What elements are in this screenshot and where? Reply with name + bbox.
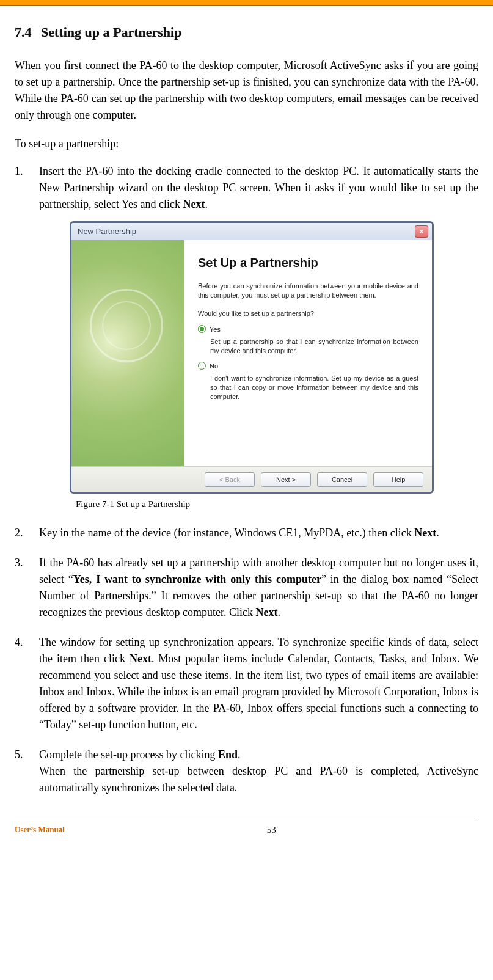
swirl-icon-inner <box>102 301 151 350</box>
help-button[interactable]: Help <box>373 472 423 487</box>
back-button: < Back <box>205 472 255 487</box>
option-yes[interactable]: Yes <box>198 324 418 335</box>
step-5-end-bold: End <box>218 748 238 761</box>
close-icon[interactable]: × <box>415 225 428 238</box>
lead-paragraph: To set-up a partnership: <box>15 136 478 152</box>
dialog-title: New Partnership <box>78 225 415 238</box>
step-2-text-a: Key in the name of the device (for insta… <box>39 527 414 539</box>
footer-page-number: 53 <box>65 825 478 835</box>
step-1-next-bold: Next <box>183 198 205 210</box>
dialog-body: Set Up a Partnership Before you can sync… <box>71 240 432 466</box>
step-2-text-b: . <box>436 527 439 539</box>
option-yes-label: Yes <box>210 324 221 335</box>
step-5-text-b: . <box>238 748 241 761</box>
step-5-text-c: When the partnership set-up between desk… <box>39 765 478 794</box>
step-3-bold-1: Yes, I want to synchronize with only thi… <box>73 573 321 585</box>
step-5-text-a: Complete the set-up process by clicking <box>39 748 218 761</box>
dialog-question: Would you like to set up a partnership? <box>198 309 418 319</box>
intro-paragraph: When you first connect the PA-60 to the … <box>15 57 478 123</box>
option-no-label: No <box>210 361 218 371</box>
dialog-content-panel: Set Up a Partnership Before you can sync… <box>184 240 432 466</box>
step-1-text-a: Insert the PA-60 into the docking cradle… <box>39 165 478 210</box>
page-footer: User’s Manual 53 <box>0 825 493 847</box>
steps-list: Insert the PA-60 into the docking cradle… <box>15 163 478 796</box>
figure-caption: Figure 7-1 Set up a Partnership <box>76 497 478 511</box>
dialog-art-panel <box>71 240 184 466</box>
step-1: Insert the PA-60 into the docking cradle… <box>15 163 478 511</box>
dialog-heading: Set Up a Partnership <box>198 254 418 272</box>
step-3: If the PA-60 has already set up a partne… <box>15 555 478 621</box>
page-content: 7.4 Setting up a Partnership When you fi… <box>0 24 493 796</box>
step-4-next-bold: Next <box>130 653 152 665</box>
radio-yes-icon[interactable] <box>198 325 206 333</box>
section-number: 7.4 <box>15 24 32 40</box>
dialog-button-bar: < Back Next > Cancel Help <box>71 466 432 492</box>
option-yes-sub: Set up a partnership so that I can synch… <box>210 337 418 356</box>
next-button[interactable]: Next > <box>261 472 311 487</box>
section-heading: 7.4 Setting up a Partnership <box>15 24 478 40</box>
figure-7-1: New Partnership × Set Up a Partnership B… <box>70 221 478 494</box>
cancel-button[interactable]: Cancel <box>317 472 367 487</box>
section-title: Setting up a Partnership <box>41 24 181 40</box>
new-partnership-window: New Partnership × Set Up a Partnership B… <box>70 221 434 494</box>
step-2: Key in the name of the device (for insta… <box>15 525 478 541</box>
option-no-sub: I don't want to synchronize information.… <box>210 374 418 401</box>
step-3-text-c: . <box>277 606 280 618</box>
option-no[interactable]: No <box>198 361 418 371</box>
step-5: Complete the set-up process by clicking … <box>15 747 478 796</box>
step-3-bold-2: Next <box>255 606 277 618</box>
step-2-next-bold: Next <box>414 527 436 539</box>
dialog-description: Before you can synchronize information b… <box>198 282 418 300</box>
dialog-titlebar: New Partnership × <box>71 223 432 240</box>
radio-no-icon[interactable] <box>198 362 206 370</box>
step-1-text-b: . <box>205 198 208 210</box>
footer-rule <box>15 821 478 821</box>
page-accent-bar <box>0 0 493 6</box>
step-4: The window for setting up synchronizatio… <box>15 634 478 733</box>
footer-doc-title: User’s Manual <box>15 825 65 835</box>
